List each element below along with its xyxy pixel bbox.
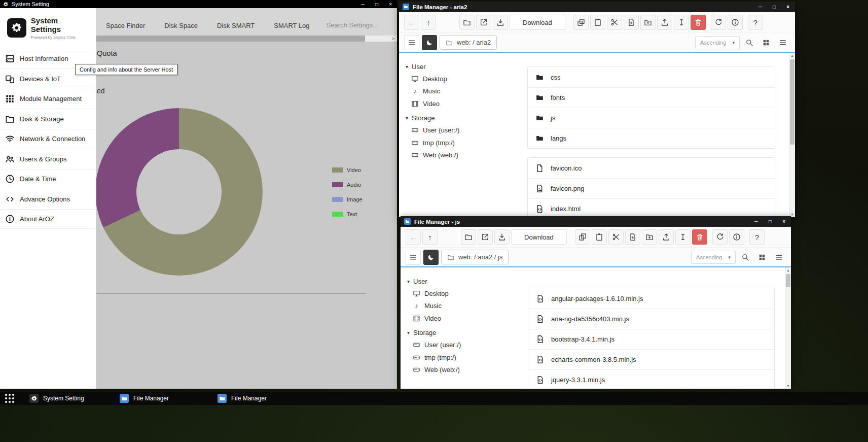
apps-grid-button[interactable] — [5, 394, 15, 403]
close-button[interactable]: × — [782, 219, 785, 224]
tab-smart-log[interactable]: SMART Log — [264, 22, 319, 29]
tab-space-finder[interactable]: Space Finder — [96, 22, 155, 29]
back-button[interactable]: ← — [406, 229, 421, 245]
download-button[interactable]: Download — [510, 15, 565, 30]
scroll-up-arrow[interactable]: ▲ — [785, 267, 791, 273]
path-box[interactable]: web: / aria2 / js — [441, 250, 509, 264]
file-row-aria-ng[interactable]: aria-ng-da5356c403.min.js — [528, 309, 774, 329]
titlebar[interactable]: File Manager - aria2 ─ □ × — [399, 2, 795, 12]
help-button[interactable]: ? — [749, 229, 765, 245]
minimize-button[interactable]: ─ — [754, 219, 758, 224]
titlebar[interactable]: File Manager - js ─ □ × — [401, 216, 791, 227]
new-folder-button[interactable] — [642, 229, 657, 245]
upload-button[interactable] — [657, 15, 672, 30]
minimize-button[interactable]: ─ — [361, 2, 365, 7]
tree-item-tmp-drive[interactable]: tmp (tmp:/) — [401, 351, 524, 364]
copy-button[interactable] — [575, 229, 590, 245]
search-button[interactable] — [738, 250, 752, 264]
taskbar-item-file-manager-2[interactable]: File Manager — [218, 392, 267, 405]
list-view-button[interactable] — [776, 36, 790, 50]
tree-item-user-drive[interactable]: User (user:/) — [401, 339, 524, 352]
sidebar-item-advance-options[interactable]: Advance Options — [0, 189, 96, 209]
file-row-langs[interactable]: langs — [528, 128, 775, 148]
sidebar-item-date-time[interactable]: Date & Time — [0, 169, 96, 189]
refresh-button[interactable] — [712, 229, 728, 245]
tree-item-desktop[interactable]: Desktop — [399, 73, 522, 85]
file-row-js[interactable]: js — [528, 108, 775, 128]
maximize-button[interactable]: □ — [375, 2, 378, 7]
tab-disk-space[interactable]: Disk Space — [155, 22, 207, 29]
file-row-bootstrap[interactable]: bootstrap-3.4.1.min.js — [528, 329, 774, 349]
tree-item-web-drive[interactable]: Web (web:/) — [399, 149, 522, 162]
cut-button[interactable] — [608, 229, 624, 245]
properties-button[interactable] — [728, 15, 743, 30]
open-folder-button[interactable] — [461, 229, 476, 245]
file-row-echarts[interactable]: echarts-common-3.8.5.min.js — [528, 349, 774, 369]
maximize-button[interactable]: □ — [769, 219, 772, 224]
tree-item-video[interactable]: Video — [399, 97, 522, 110]
tree-item-desktop[interactable]: Desktop — [401, 287, 524, 300]
close-button[interactable]: × — [389, 2, 392, 7]
dark-mode-button[interactable] — [423, 250, 439, 265]
tree-item-user-drive[interactable]: User (user:/) — [399, 124, 522, 137]
scrollbar[interactable]: ▲ ▼ — [789, 53, 795, 217]
titlebar[interactable]: System Setting ─ □ × — [0, 0, 397, 8]
file-row-index-html[interactable]: index.html — [528, 198, 775, 217]
menu-button[interactable] — [404, 35, 419, 50]
scrollbar-thumb[interactable] — [790, 59, 794, 145]
sort-order-select[interactable]: Ascending ▾ — [695, 36, 740, 49]
file-row-angular[interactable]: angular-packages-1.6.10.min.js — [528, 288, 774, 309]
refresh-button[interactable] — [711, 15, 726, 30]
open-external-button[interactable] — [478, 229, 493, 245]
delete-button[interactable] — [691, 15, 706, 30]
tab-disk-smart[interactable]: Disk SMART — [207, 22, 264, 29]
file-row-css[interactable]: css — [528, 67, 775, 87]
delete-button[interactable] — [692, 229, 707, 245]
tree-item-music[interactable]: ♪Music — [399, 85, 522, 98]
tree-item-web-drive[interactable]: Web (web:/) — [401, 364, 524, 377]
new-file-button[interactable] — [624, 15, 639, 30]
menu-button[interactable] — [406, 250, 421, 265]
taskbar-item-file-manager-1[interactable]: File Manager — [120, 392, 169, 405]
sort-order-select[interactable]: Ascending ▾ — [691, 251, 736, 264]
sidebar-item-users-groups[interactable]: Users & Groups — [0, 149, 96, 169]
back-button[interactable]: ← — [404, 15, 419, 30]
tree-item-music[interactable]: ♪Music — [401, 300, 524, 313]
download-icon-button[interactable] — [493, 15, 508, 30]
paste-button[interactable] — [590, 15, 605, 30]
horizontal-scrollbar[interactable]: > — [96, 36, 397, 42]
up-button[interactable]: ↑ — [422, 229, 438, 245]
path-box[interactable]: web: / aria2 — [440, 35, 497, 50]
list-view-button[interactable] — [772, 250, 786, 264]
dark-mode-button[interactable] — [422, 35, 437, 50]
scroll-up-arrow[interactable]: ▲ — [789, 53, 795, 58]
search-settings-input[interactable] — [327, 21, 397, 29]
new-file-button[interactable] — [625, 229, 640, 245]
cut-button[interactable] — [607, 15, 622, 30]
open-folder-button[interactable] — [459, 15, 475, 30]
download-button[interactable]: Download — [511, 229, 567, 245]
file-row-favicon-png[interactable]: favicon.png — [528, 178, 775, 198]
scroll-down-arrow[interactable]: ▼ — [785, 383, 791, 389]
sidebar-item-network-connection[interactable]: Network & Connection — [0, 129, 96, 149]
scroll-right-arrow[interactable]: > — [390, 36, 397, 42]
scrollbar-thumb[interactable] — [786, 274, 790, 287]
copy-button[interactable] — [573, 15, 589, 30]
help-button[interactable]: ? — [748, 15, 763, 30]
new-folder-button[interactable] — [640, 15, 656, 30]
scrollbar[interactable]: ▲ ▼ — [785, 267, 791, 389]
taskbar-item-system-setting[interactable]: System Setting — [29, 392, 84, 405]
sidebar-item-about-aroz[interactable]: About ArOZ — [0, 209, 96, 229]
close-button[interactable]: × — [786, 4, 789, 10]
sidebar-item-module-management[interactable]: Module Management — [0, 89, 96, 109]
tree-item-tmp-drive[interactable]: tmp (tmp:/) — [399, 137, 522, 149]
file-row-fonts[interactable]: fonts — [528, 87, 775, 108]
upload-button[interactable] — [659, 229, 674, 245]
properties-button[interactable] — [729, 229, 744, 245]
tree-section-user[interactable]: ▾User — [399, 60, 522, 73]
grid-view-button[interactable] — [755, 250, 769, 264]
scrollbar-thumb[interactable] — [96, 36, 365, 42]
paste-button[interactable] — [592, 229, 607, 245]
search-button[interactable] — [742, 36, 756, 50]
file-row-jquery[interactable]: jquery-3.3.1.min.js — [528, 369, 774, 389]
